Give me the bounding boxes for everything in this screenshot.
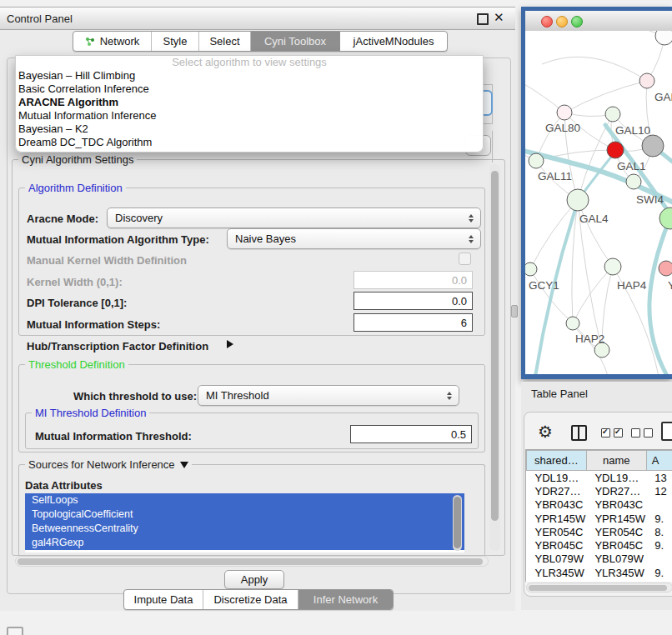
network-node-gal[interactable]: [639, 73, 654, 88]
collapsed-panel-icon[interactable]: [7, 627, 23, 635]
table-row[interactable]: YER054CYER054C8.: [527, 525, 672, 538]
network-node-green2[interactable]: [659, 208, 672, 229]
hub-definition-label[interactable]: Hub/Transcription Factor Definition: [27, 340, 208, 352]
settings-hscrollbar-track[interactable]: [15, 556, 489, 567]
attribute-list-item[interactable]: TopologicalCoefficient: [25, 508, 464, 522]
network-node-gal80[interactable]: [557, 105, 572, 120]
which-threshold-combo[interactable]: MI Threshold: [198, 385, 459, 406]
network-node-gray1[interactable]: [642, 135, 664, 157]
split-view-icon[interactable]: [571, 425, 587, 441]
attribute-list-item[interactable]: gal4RGexp: [25, 536, 464, 550]
dpi-tolerance-field[interactable]: 0.0: [354, 292, 473, 310]
network-edge: [578, 200, 613, 267]
table-row[interactable]: YDR27…YDR27…12: [527, 484, 672, 498]
mi-type-combo[interactable]: Naive Bayes: [227, 228, 481, 249]
tab-style[interactable]: Style: [152, 32, 199, 51]
table-hscrollbar-thumb[interactable]: [529, 585, 667, 591]
aracne-mode-combo[interactable]: Discovery: [107, 208, 481, 228]
network-node-label: GAL11: [538, 170, 572, 182]
mi-threshold-field[interactable]: 0.5: [350, 425, 472, 443]
control-panel-title: Control Panel: [7, 12, 73, 25]
algorithm-option[interactable]: Basic Correlation Inference: [16, 82, 483, 96]
network-node-y[interactable]: [659, 261, 672, 276]
deselect-all-checkboxes-icon[interactable]: [631, 428, 653, 438]
algorithm-definition-legend: Algorithm Definition: [25, 182, 126, 193]
tab-impute-data[interactable]: Impute Data: [124, 590, 203, 609]
table-row[interactable]: YDL19…YDL19…13: [527, 471, 672, 485]
attributes-vscrollbar-thumb[interactable]: [454, 497, 461, 548]
network-node-label: SWI4: [636, 193, 664, 206]
table-row[interactable]: YIL052CYIL052C9.: [527, 579, 672, 582]
minimize-traffic-light-icon[interactable]: [556, 16, 568, 28]
tab-select[interactable]: Select: [199, 32, 251, 51]
table-row[interactable]: YBR045CYBR045C9.: [527, 538, 672, 552]
sources-legend[interactable]: Sources for Network Inference: [25, 459, 192, 470]
node-table-header-row: shared… name A: [527, 451, 672, 471]
algorithm-option[interactable]: Mutual Information Inference: [16, 109, 483, 122]
control-panel-window: Control Panel ✕ Network Style Select Cyn…: [0, 7, 515, 611]
attributes-vscrollbar-track[interactable]: [453, 495, 462, 551]
table-row[interactable]: YBL079WYBL079W: [527, 552, 672, 566]
network-window-titlebar[interactable]: [525, 11, 672, 32]
expander-right-icon[interactable]: [227, 340, 233, 348]
tab-network[interactable]: Network: [73, 32, 152, 51]
algorithm-option[interactable]: ARACNE Algorithm: [16, 96, 483, 109]
algorithm-option[interactable]: Bayesian – Hill Climbing: [16, 69, 483, 82]
network-node-hap4[interactable]: [604, 258, 621, 275]
column-header-name[interactable]: name: [586, 451, 646, 471]
table-hscrollbar-track[interactable]: [526, 582, 672, 592]
panel-splitter-grip[interactable]: [511, 305, 518, 318]
data-attributes-list[interactable]: SelfLoopsTopologicalCoefficientBetweenne…: [25, 493, 464, 552]
algorithm-option[interactable]: Bayesian – K2: [16, 122, 483, 136]
settings-vscrollbar-track[interactable]: [489, 164, 500, 551]
table-row[interactable]: YLR345WYLR345W9.: [527, 566, 672, 579]
select-all-checkboxes-icon[interactable]: [601, 428, 623, 438]
network-node-label: Y: [668, 279, 672, 292]
algorithm-dropdown-list: Bayesian – Hill ClimbingBasic Correlatio…: [16, 69, 483, 149]
node-table-body: YDL19…YDL19…13YDR27…YDR27…12YBR043CYBR04…: [527, 471, 672, 582]
network-node-gal10[interactable]: [605, 107, 620, 122]
mi-steps-field[interactable]: 6: [354, 313, 473, 332]
settings-vscrollbar-thumb[interactable]: [491, 171, 499, 521]
settings-hscrollbar-thumb[interactable]: [18, 558, 483, 565]
network-node-gcy1[interactable]: [525, 262, 537, 276]
algorithm-option[interactable]: Dream8 DC_TDC Algorithm: [16, 136, 483, 149]
stepper-icon: [469, 235, 474, 243]
float-window-icon[interactable]: [477, 13, 489, 25]
network-node-label: GCY1: [529, 279, 559, 292]
manual-kernel-checkbox: [459, 252, 471, 265]
network-canvas[interactable]: GALGAL80GAL10GAL1GAL11SWI4GAL4GCY1HAP4YH…: [525, 31, 672, 374]
close-traffic-light-icon[interactable]: [541, 16, 553, 28]
tab-jactivemnodules[interactable]: jActiveMNodules: [340, 32, 447, 51]
network-node-bot[interactable]: [594, 342, 609, 358]
network-edge: [530, 200, 578, 269]
algorithm-dropdown-placeholder: Select algorithm to view settings: [16, 56, 483, 69]
apply-button[interactable]: Apply: [224, 570, 284, 589]
network-node-label: GAL: [654, 91, 672, 103]
threshold-definition-legend: Threshold Definition: [25, 359, 128, 370]
control-panel-tabbar: Network Style Select Cyni Toolbox jActiv…: [73, 31, 448, 52]
column-header-partial[interactable]: A: [646, 451, 672, 471]
network-node-swi4[interactable]: [626, 174, 641, 189]
control-panel-titlebar: Control Panel ✕: [0, 8, 515, 30]
zoom-traffic-light-icon[interactable]: [571, 16, 583, 28]
network-node-gal4[interactable]: [567, 189, 589, 211]
kernel-width-field: 0.0: [354, 271, 473, 289]
column-header-shared-name[interactable]: shared…: [527, 451, 587, 471]
tab-cyni-toolbox[interactable]: Cyni Toolbox: [251, 32, 340, 51]
network-node-top[interactable]: [655, 31, 672, 45]
network-node-gal1[interactable]: [607, 142, 624, 158]
table-file-icon[interactable]: [661, 422, 672, 441]
attribute-list-item[interactable]: BetweennessCentrality: [25, 522, 464, 536]
settings-gear-icon[interactable]: ⚙: [538, 423, 553, 440]
network-node-gal11[interactable]: [529, 153, 544, 168]
attribute-list-item[interactable]: SelfLoops: [25, 493, 464, 508]
close-icon[interactable]: ✕: [494, 10, 504, 25]
table-row[interactable]: YBR043CYBR043C: [527, 498, 672, 512]
tab-infer-network[interactable]: Infer Network: [298, 590, 393, 609]
tab-discretize-data[interactable]: Discretize Data: [203, 590, 298, 609]
manual-kernel-label: Manual Kernel Width Definition: [27, 254, 187, 267]
table-row[interactable]: YPR145WYPR145W9.: [527, 512, 672, 525]
node-table-container: shared… name A YDL19…YDL19…13YDR27…YDR27…: [525, 449, 672, 582]
network-node-hap2[interactable]: [566, 317, 579, 330]
